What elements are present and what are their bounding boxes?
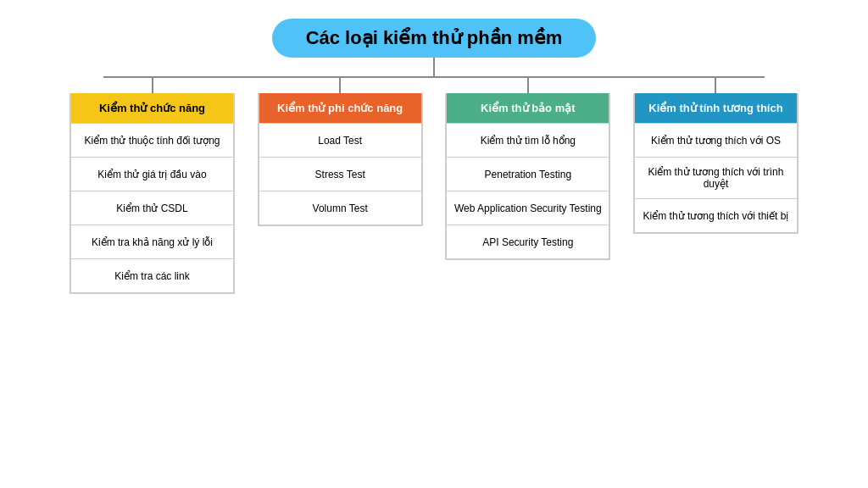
category-item-tuong-thich-2: Kiểm thử tương thích với thiết bị <box>635 198 797 232</box>
category-item-tuong-thich-0: Kiểm thử tương thích với OS <box>635 123 797 157</box>
branch-vline-chuc-nang <box>152 78 153 93</box>
category-box-bao-mat: Kiểm thử bảo mậtKiểm thử tìm lỗ hổngPene… <box>445 93 610 260</box>
category-box-tuong-thich: Kiểm thử tính tương thíchKiểm thử tương … <box>633 93 798 234</box>
category-item-bao-mat-2: Web Application Security Testing <box>447 191 609 225</box>
root-title: Các loại kiểm thử phần mềm <box>272 19 597 58</box>
category-item-chuc-nang-0: Kiểm thử thuộc tính đối tượng <box>71 123 233 157</box>
category-header-chuc-nang: Kiểm thử chức năng <box>71 93 233 123</box>
category-item-phi-chuc-nang-1: Stress Test <box>259 157 421 191</box>
root-vertical-line <box>433 58 435 76</box>
category-item-chuc-nang-1: Kiểm thử giá trị đầu vào <box>71 157 233 191</box>
category-item-chuc-nang-2: Kiểm thử CSDL <box>71 191 233 225</box>
category-header-phi-chuc-nang: Kiểm thử phi chức năng <box>259 93 421 123</box>
category-box-phi-chuc-nang: Kiểm thử phi chức năngLoad TestStress Te… <box>258 93 423 226</box>
category-item-bao-mat-3: API Security Testing <box>447 225 609 258</box>
category-item-bao-mat-0: Kiểm thử tìm lỗ hổng <box>447 123 609 157</box>
branch-tuong-thich: Kiểm thử tính tương thíchKiểm thử tương … <box>633 78 798 294</box>
branch-vline-bao-mat <box>527 78 529 93</box>
branches-container: Kiểm thử chức năngKiểm thử thuộc tính đố… <box>70 78 798 294</box>
branch-vline-tuong-thich <box>715 78 716 93</box>
category-item-phi-chuc-nang-2: Volumn Test <box>259 191 421 225</box>
branch-vline-phi-chuc-nang <box>339 78 341 93</box>
root-connector: Kiểm thử chức năngKiểm thử thuộc tính đố… <box>0 58 868 294</box>
category-header-tuong-thich: Kiểm thử tính tương thích <box>635 93 797 123</box>
category-item-bao-mat-1: Penetration Testing <box>447 157 609 191</box>
category-item-phi-chuc-nang-0: Load Test <box>259 123 421 157</box>
branch-phi-chuc-nang: Kiểm thử phi chức năngLoad TestStress Te… <box>258 78 423 294</box>
branch-bao-mat: Kiểm thử bảo mậtKiểm thử tìm lỗ hổngPene… <box>445 78 610 294</box>
category-box-chuc-nang: Kiểm thử chức năngKiểm thử thuộc tính đố… <box>70 93 235 294</box>
category-item-chuc-nang-4: Kiểm tra các link <box>71 258 233 292</box>
category-header-bao-mat: Kiểm thử bảo mật <box>447 93 609 123</box>
category-item-chuc-nang-3: Kiểm tra khả năng xử lý lỗi <box>71 225 233 258</box>
branch-chuc-nang: Kiểm thử chức năngKiểm thử thuộc tính đố… <box>70 78 235 294</box>
category-item-tuong-thich-1: Kiểm thử tương thích với trình duyệt <box>635 157 797 198</box>
